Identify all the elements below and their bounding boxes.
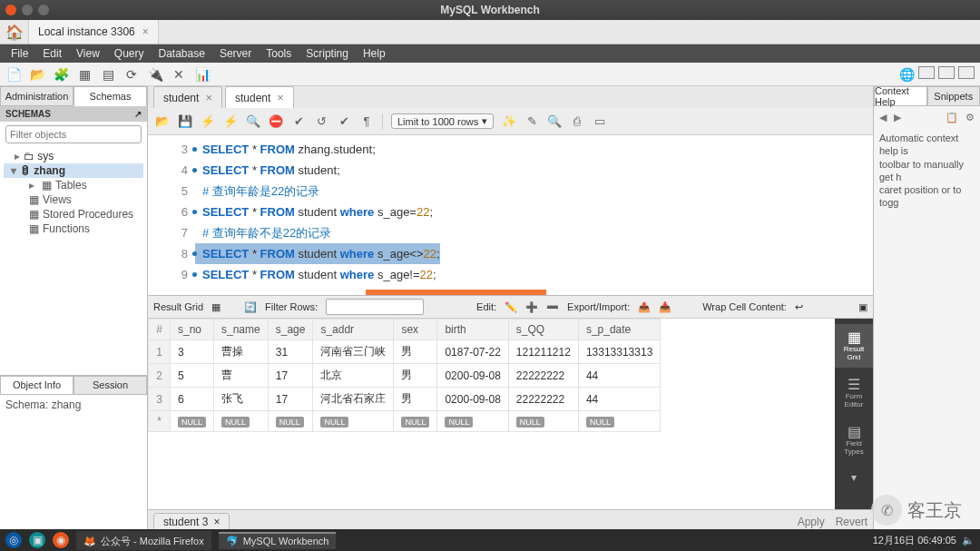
result-tab[interactable]: student 3 × — [153, 513, 230, 531]
menu-tools[interactable]: Tools — [259, 47, 299, 60]
taskbar-files-icon[interactable]: ▣ — [29, 532, 45, 548]
wrap-icon[interactable]: ▭ — [593, 114, 607, 129]
taskbar-sound-icon[interactable]: 🔈 — [962, 535, 975, 546]
schema-child-stored-procedures[interactable]: ▦Stored Procedures — [4, 207, 143, 221]
taskbar-workbench-button[interactable]: 🐬 MySQL Workbench — [219, 532, 337, 549]
side-tabs-down-arrow[interactable]: ▾ — [835, 466, 873, 489]
menu-scripting[interactable]: Scripting — [299, 47, 356, 60]
autocommit-icon[interactable]: ✔ — [337, 114, 351, 129]
column-header[interactable]: s_p_date — [578, 320, 660, 340]
session-tab[interactable]: Session — [74, 376, 147, 395]
column-header[interactable]: birth — [437, 320, 508, 340]
stop-icon[interactable]: ⛔ — [269, 114, 283, 129]
import-icon[interactable]: 📥 — [659, 301, 671, 313]
table-row-null[interactable]: *NULLNULLNULLNULLNULLNULLNULLNULL — [149, 411, 661, 432]
table-row[interactable]: 36张飞17河北省石家庄男0200-09-082222222244 — [149, 388, 661, 411]
schema-child-functions[interactable]: ▦Functions — [4, 221, 143, 236]
table-row[interactable]: 13曹操31河南省三门峡男0187-07-2212121121213313313… — [149, 340, 661, 364]
table-data-icon[interactable]: ▦ — [76, 66, 93, 83]
open-sql-icon[interactable]: 📂 — [29, 66, 45, 83]
close-icon[interactable]: × — [277, 91, 284, 104]
column-header[interactable]: # — [149, 320, 171, 340]
execute-all-icon[interactable]: ⚡ — [201, 114, 215, 129]
new-sql-tab-icon[interactable]: 📄 — [5, 66, 22, 83]
edit-icon[interactable]: ✏️ — [505, 301, 517, 313]
column-header[interactable]: sex — [394, 320, 437, 340]
schema-item-sys[interactable]: ▸🗀 sys — [4, 149, 143, 163]
help-copy-icon[interactable]: 📋 — [946, 112, 958, 123]
menu-server[interactable]: Server — [212, 47, 259, 60]
side-tab-form-editor[interactable]: ☰ Form Editor — [835, 371, 873, 415]
column-header[interactable]: s_name — [214, 320, 269, 340]
limit-rows-dropdown[interactable]: Limit to 1000 rows ▾ — [391, 113, 494, 129]
menu-query[interactable]: Query — [107, 47, 152, 60]
search-icon[interactable]: 🔍 — [547, 114, 562, 129]
menu-file[interactable]: File — [4, 47, 35, 60]
quit-icon[interactable]: ✕ — [171, 66, 187, 83]
schema-item-zhang[interactable]: ▾🛢 zhang — [4, 163, 143, 178]
beautify-icon[interactable]: ✨ — [502, 114, 516, 129]
menu-help[interactable]: Help — [356, 47, 393, 60]
taskbar-logo-icon[interactable]: ◎ — [5, 532, 22, 548]
toggle-whitespace-icon[interactable]: ¶ — [359, 114, 374, 129]
wrap-cell-icon[interactable]: ↩ — [795, 301, 803, 313]
home-button[interactable]: 🏠 — [0, 20, 29, 44]
save-file-icon[interactable]: 💾 — [178, 114, 192, 129]
sql-additions-icon[interactable]: ▤ — [100, 66, 116, 83]
sql-editor[interactable]: 3SELECT * FROM zhang.student;4SELECT * F… — [148, 135, 873, 290]
toggle-bottom-panel-button[interactable] — [938, 66, 955, 79]
close-icon[interactable]: × — [213, 516, 220, 528]
column-header[interactable]: s_QQ — [508, 320, 578, 340]
edit-delete-icon[interactable]: ➖ — [546, 301, 559, 313]
toggle-left-panel-button[interactable] — [918, 66, 935, 79]
navigator-tab-schemas[interactable]: Schemas — [74, 86, 147, 106]
connection-tab[interactable]: Local instance 3306 × — [29, 20, 159, 44]
window-minimize-button[interactable] — [22, 5, 33, 15]
export-icon[interactable]: 📤 — [638, 301, 651, 313]
schema-tree[interactable]: ▸🗀 sys ▾🛢 zhang ▸▦Tables ▦Views ▦Stored … — [0, 147, 147, 243]
schema-child-views[interactable]: ▦Views — [4, 192, 143, 207]
help-settings-icon[interactable]: ⚙ — [965, 112, 975, 123]
close-icon[interactable]: × — [142, 25, 149, 38]
open-file-icon[interactable]: 📂 — [155, 114, 170, 129]
taskbar-firefox-button[interactable]: 🦊 公众号 - Mozilla Firefox — [76, 531, 211, 550]
refresh-icon[interactable]: ⟳ — [123, 66, 140, 83]
side-tab-result-grid[interactable]: ▦ Result Grid — [835, 324, 873, 368]
help-back-icon[interactable]: ◀ — [879, 112, 887, 123]
help-forward-icon[interactable]: ▶ — [894, 112, 901, 123]
toggle-right-panel-button[interactable] — [958, 66, 975, 79]
filter-objects-input[interactable] — [5, 125, 142, 143]
edit-add-icon[interactable]: ➕ — [525, 301, 538, 313]
apply-button[interactable]: Apply — [798, 516, 825, 528]
table-row[interactable]: 25曹17北京男0200-09-082222222244 — [149, 364, 661, 388]
result-grid[interactable]: #s_nos_names_ages_addrsexbirths_QQs_p_da… — [148, 319, 835, 509]
schemas-maximize-icon[interactable]: ↗ — [134, 109, 142, 119]
execute-current-icon[interactable]: ⚡ — [223, 114, 238, 129]
invisible-chars-icon[interactable]: ⎙ — [570, 114, 584, 129]
commit-icon[interactable]: ✔ — [291, 114, 306, 129]
panel-collapse-icon[interactable]: ▣ — [858, 301, 867, 313]
navigator-tab-administration[interactable]: Administration — [0, 86, 74, 106]
menu-edit[interactable]: Edit — [35, 47, 69, 60]
reconnect-icon[interactable]: 🔌 — [147, 66, 163, 83]
menu-view[interactable]: View — [69, 47, 107, 60]
column-header[interactable]: s_age — [268, 320, 313, 340]
explain-icon[interactable]: 🔍 — [246, 114, 260, 129]
find-icon[interactable]: ✎ — [524, 114, 539, 129]
taskbar-ubuntu-icon[interactable]: ◉ — [53, 532, 69, 548]
schema-child-tables[interactable]: ▸▦Tables — [4, 178, 143, 192]
close-icon[interactable]: × — [205, 91, 212, 104]
sql-tab-0[interactable]: student× — [153, 86, 222, 108]
column-header[interactable]: s_addr — [313, 320, 394, 340]
inspector-icon[interactable]: 🧩 — [53, 66, 69, 83]
search-globe-icon[interactable]: 🌐 — [898, 66, 915, 83]
revert-button[interactable]: Revert — [836, 516, 867, 528]
dashboard-icon[interactable]: 📊 — [194, 66, 211, 83]
window-close-button[interactable] — [5, 5, 16, 15]
object-info-tab[interactable]: Object Info — [0, 376, 74, 395]
rollback-icon[interactable]: ↺ — [314, 114, 328, 129]
window-maximize-button[interactable] — [38, 5, 49, 15]
menu-database[interactable]: Database — [152, 47, 212, 60]
help-tab-context[interactable]: Context Help — [874, 86, 927, 106]
column-header[interactable]: s_no — [171, 320, 214, 340]
